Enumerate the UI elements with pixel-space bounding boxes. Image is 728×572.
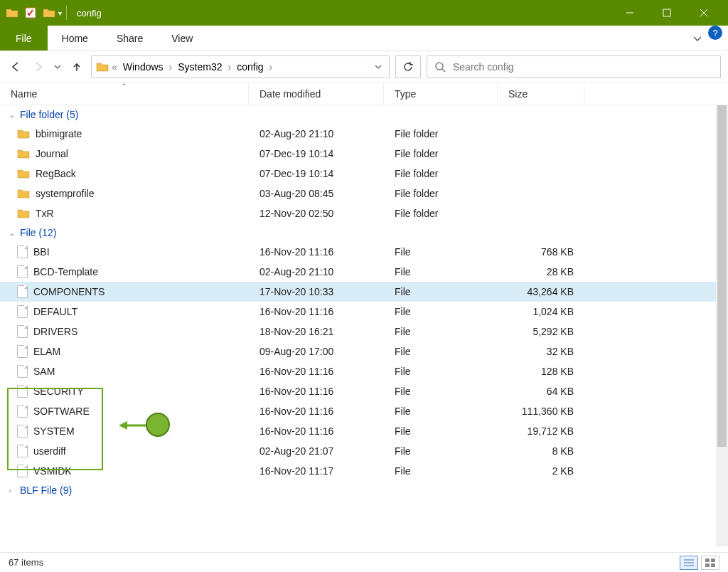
column-type[interactable]: Type — [384, 83, 498, 105]
refresh-button[interactable] — [395, 55, 421, 78]
file-icon — [17, 305, 28, 318]
file-name: SECURITY — [33, 386, 84, 397]
search-box[interactable] — [427, 55, 721, 78]
list-item[interactable]: RegBack07-Dec-19 10:14File folder — [0, 164, 728, 184]
file-name: Journal — [36, 148, 68, 159]
chevron-right-icon[interactable]: › — [168, 61, 174, 73]
file-date: 07-Dec-19 10:14 — [249, 168, 384, 179]
svg-rect-12 — [711, 558, 715, 562]
list-item[interactable]: SYSTEM16-Nov-20 11:16File19,712 KB — [0, 421, 728, 441]
recent-dropdown[interactable] — [53, 58, 63, 75]
search-input[interactable] — [453, 61, 713, 73]
file-size: 19,712 KB — [498, 425, 584, 437]
file-size: 5,292 KB — [498, 326, 584, 337]
chevron-right-icon[interactable]: « — [110, 61, 119, 73]
address-bar[interactable]: « Windows › System32 › config › — [91, 55, 390, 78]
list-item[interactable]: SAM16-Nov-20 11:16File128 KB — [0, 361, 728, 381]
file-name: COMPONENTS — [33, 286, 105, 297]
file-name: systemprofile — [36, 188, 94, 199]
chevron-right-icon[interactable]: › — [227, 61, 233, 73]
group-header[interactable]: ›BLF File (9) — [0, 481, 728, 499]
list-item[interactable]: COMPONENTS17-Nov-20 10:33File43,264 KB — [0, 282, 728, 302]
ribbon-bar: File Home Share View ? — [0, 26, 728, 51]
file-name: userdiff — [33, 445, 66, 457]
list-item[interactable]: ELAM09-Aug-20 17:00File32 KB — [0, 341, 728, 361]
file-name: SAM — [33, 366, 55, 377]
list-item[interactable]: systemprofile03-Aug-20 08:45File folder — [0, 184, 728, 203]
sort-indicator-icon: ⌃ — [122, 83, 127, 90]
list-item[interactable]: TxR12-Nov-20 02:50File folder — [0, 203, 728, 223]
file-date: 02-Aug-20 21:10 — [249, 128, 384, 139]
list-item[interactable]: DEFAULT16-Nov-20 11:16File1,024 KB — [0, 302, 728, 322]
status-item-count: 67 items — [9, 557, 43, 568]
ribbon-expand-icon[interactable] — [687, 26, 708, 51]
view-details-button[interactable] — [680, 556, 698, 570]
tab-share[interactable]: Share — [102, 26, 157, 51]
file-date: 16-Nov-20 11:16 — [249, 306, 384, 317]
file-icon — [17, 425, 28, 438]
close-button[interactable] — [694, 3, 714, 23]
file-date: 03-Aug-20 08:45 — [249, 188, 384, 199]
list-item[interactable]: BCD-Template02-Aug-20 21:10File28 KB — [0, 262, 728, 282]
file-size: 28 KB — [498, 266, 584, 277]
file-type: File — [384, 326, 498, 337]
file-date: 16-Nov-20 11:16 — [249, 406, 384, 417]
file-type: File — [384, 425, 498, 437]
vertical-scrollbar[interactable] — [716, 105, 728, 546]
window-title: config — [77, 8, 102, 18]
breadcrumb-config[interactable]: config — [234, 61, 266, 73]
group-header[interactable]: ⌄File (12) — [0, 223, 728, 242]
up-button[interactable] — [68, 58, 85, 75]
list-item[interactable]: DRIVERS18-Nov-20 16:21File5,292 KB — [0, 322, 728, 341]
file-icon — [17, 445, 28, 457]
view-thumbnails-button[interactable] — [701, 556, 719, 570]
file-date: 17-Nov-20 10:33 — [249, 286, 384, 297]
group-header[interactable]: ⌄File folder (5) — [0, 105, 728, 124]
file-type: File — [384, 445, 498, 457]
svg-rect-14 — [711, 563, 715, 567]
file-tab[interactable]: File — [0, 26, 48, 51]
file-icon — [17, 245, 28, 258]
column-name[interactable]: ⌃Name — [0, 83, 249, 105]
file-size: 768 KB — [498, 246, 584, 258]
file-size: 1,024 KB — [498, 306, 584, 317]
breadcrumb-windows[interactable]: Windows — [120, 61, 166, 73]
list-item[interactable]: bbimigrate02-Aug-20 21:10File folder — [0, 124, 728, 144]
list-item[interactable]: userdiff02-Aug-20 21:07File8 KB — [0, 441, 728, 461]
list-item[interactable]: VSMIDK16-Nov-20 11:17File2 KB — [0, 461, 728, 481]
chevron-right-icon[interactable]: › — [268, 61, 274, 73]
column-date[interactable]: Date modified — [249, 83, 384, 105]
file-size: 128 KB — [498, 366, 584, 377]
file-size: 8 KB — [498, 445, 584, 457]
tab-view[interactable]: View — [157, 26, 207, 51]
address-dropdown[interactable] — [372, 63, 385, 70]
file-name: SOFTWARE — [33, 406, 90, 417]
help-button[interactable]: ? — [708, 26, 722, 40]
file-name: ELAM — [33, 346, 60, 357]
file-date: 02-Aug-20 21:10 — [249, 266, 384, 277]
breadcrumb-system32[interactable]: System32 — [175, 61, 225, 73]
maximize-button[interactable] — [657, 3, 677, 23]
list-item[interactable]: SOFTWARE16-Nov-20 11:16File111,360 KB — [0, 401, 728, 421]
file-type: File — [384, 266, 498, 277]
tab-home[interactable]: Home — [48, 26, 102, 51]
file-date: 18-Nov-20 16:21 — [249, 326, 384, 337]
list-item[interactable]: BBI16-Nov-20 11:16File768 KB — [0, 242, 728, 262]
minimize-button[interactable] — [620, 3, 640, 23]
file-type: File — [384, 286, 498, 297]
file-icon — [17, 385, 28, 398]
file-date: 07-Dec-19 10:14 — [249, 148, 384, 159]
list-item[interactable]: SECURITY16-Nov-20 11:16File64 KB — [0, 381, 728, 401]
column-size[interactable]: Size — [498, 83, 584, 105]
file-icon — [17, 465, 28, 477]
list-item[interactable]: Journal07-Dec-19 10:14File folder — [0, 144, 728, 164]
file-type: File — [384, 386, 498, 397]
file-name: TxR — [36, 208, 54, 219]
back-button[interactable] — [7, 58, 24, 75]
file-date: 16-Nov-20 11:16 — [249, 386, 384, 397]
forward-button[interactable] — [30, 58, 47, 75]
scrollbar-thumb[interactable] — [717, 105, 727, 447]
group-label: File (12) — [20, 227, 56, 238]
chevron-down-icon[interactable]: ▾ — [58, 9, 62, 17]
folder-icon — [6, 6, 18, 19]
